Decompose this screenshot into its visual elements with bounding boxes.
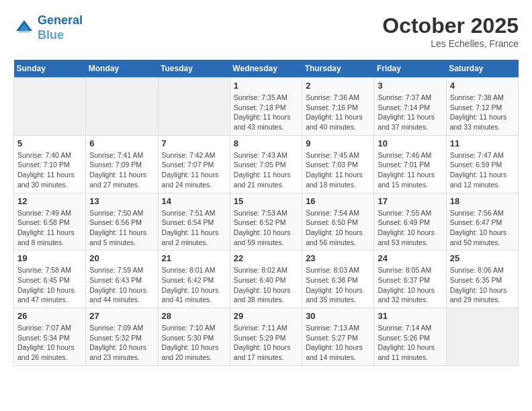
day-info: Sunrise: 7:42 AM Sunset: 7:07 PM Dayligh… [162,150,226,190]
calendar-table: SundayMondayTuesdayWednesdayThursdayFrid… [13,60,519,366]
day-number: 23 [306,253,370,263]
day-cell: 1Sunrise: 7:35 AM Sunset: 7:18 PM Daylig… [230,78,302,136]
day-info: Sunrise: 7:43 AM Sunset: 7:05 PM Dayligh… [234,150,298,190]
day-info: Sunrise: 8:06 AM Sunset: 6:35 PM Dayligh… [450,265,515,305]
day-cell: 9Sunrise: 7:45 AM Sunset: 7:03 PM Daylig… [302,135,374,193]
week-row-2: 5Sunrise: 7:40 AM Sunset: 7:10 PM Daylig… [14,135,519,193]
day-cell: 6Sunrise: 7:41 AM Sunset: 7:09 PM Daylig… [86,135,158,193]
day-info: Sunrise: 7:45 AM Sunset: 7:03 PM Dayligh… [306,150,370,190]
day-info: Sunrise: 7:07 AM Sunset: 5:34 PM Dayligh… [17,323,82,363]
location-subtitle: Les Echelles, France [382,38,519,49]
day-number: 28 [162,311,226,321]
day-info: Sunrise: 8:03 AM Sunset: 6:38 PM Dayligh… [306,265,370,305]
day-number: 13 [89,196,154,206]
day-number: 18 [450,196,515,206]
day-info: Sunrise: 7:40 AM Sunset: 7:10 PM Dayligh… [17,150,82,190]
day-info: Sunrise: 7:50 AM Sunset: 6:56 PM Dayligh… [89,208,154,248]
day-number: 24 [378,253,442,263]
title-block: October 2025 Les Echelles, France [382,13,519,49]
weekday-header-friday: Friday [374,60,446,78]
day-cell: 29Sunrise: 7:11 AM Sunset: 5:29 PM Dayli… [230,308,302,366]
day-cell: 12Sunrise: 7:49 AM Sunset: 6:58 PM Dayli… [14,193,86,250]
day-info: Sunrise: 8:01 AM Sunset: 6:42 PM Dayligh… [162,265,226,305]
day-cell: 15Sunrise: 7:53 AM Sunset: 6:52 PM Dayli… [230,193,302,250]
day-info: Sunrise: 7:56 AM Sunset: 6:47 PM Dayligh… [450,208,515,248]
day-number: 17 [378,196,442,206]
day-cell: 18Sunrise: 7:56 AM Sunset: 6:47 PM Dayli… [446,193,518,250]
day-info: Sunrise: 7:53 AM Sunset: 6:52 PM Dayligh… [234,208,298,248]
day-info: Sunrise: 7:59 AM Sunset: 6:43 PM Dayligh… [89,265,154,305]
day-cell: 30Sunrise: 7:13 AM Sunset: 5:27 PM Dayli… [302,308,374,366]
day-info: Sunrise: 7:46 AM Sunset: 7:01 PM Dayligh… [378,150,442,190]
day-number: 15 [234,196,298,206]
day-cell: 2Sunrise: 7:36 AM Sunset: 7:16 PM Daylig… [302,78,374,136]
day-cell: 31Sunrise: 7:14 AM Sunset: 5:26 PM Dayli… [374,308,446,366]
day-number: 5 [17,138,82,148]
day-cell: 13Sunrise: 7:50 AM Sunset: 6:56 PM Dayli… [86,193,158,250]
day-number: 19 [17,253,82,263]
day-info: Sunrise: 7:09 AM Sunset: 5:32 PM Dayligh… [89,323,154,363]
day-cell: 8Sunrise: 7:43 AM Sunset: 7:05 PM Daylig… [230,135,302,193]
page-header: General Blue October 2025 Les Echelles, … [13,13,519,49]
day-cell: 5Sunrise: 7:40 AM Sunset: 7:10 PM Daylig… [14,135,86,193]
weekday-header-thursday: Thursday [302,60,374,78]
day-info: Sunrise: 7:38 AM Sunset: 7:12 PM Dayligh… [450,93,515,132]
day-info: Sunrise: 7:37 AM Sunset: 7:14 PM Dayligh… [378,93,442,132]
day-cell: 26Sunrise: 7:07 AM Sunset: 5:34 PM Dayli… [14,308,86,366]
day-info: Sunrise: 7:41 AM Sunset: 7:09 PM Dayligh… [89,150,154,190]
day-cell: 22Sunrise: 8:02 AM Sunset: 6:40 PM Dayli… [230,250,302,308]
logo: General Blue [13,13,83,42]
week-row-1: 1Sunrise: 7:35 AM Sunset: 7:18 PM Daylig… [14,78,519,136]
day-info: Sunrise: 7:11 AM Sunset: 5:29 PM Dayligh… [234,323,298,363]
day-cell: 19Sunrise: 7:58 AM Sunset: 6:45 PM Dayli… [14,250,86,308]
month-title: October 2025 [382,13,519,38]
day-number: 1 [234,81,298,91]
weekday-header-tuesday: Tuesday [158,60,230,78]
day-cell [86,78,158,136]
day-info: Sunrise: 7:13 AM Sunset: 5:27 PM Dayligh… [306,323,370,363]
day-info: Sunrise: 7:36 AM Sunset: 7:16 PM Dayligh… [306,93,370,132]
day-cell: 23Sunrise: 8:03 AM Sunset: 6:38 PM Dayli… [302,250,374,308]
day-info: Sunrise: 7:14 AM Sunset: 5:26 PM Dayligh… [378,323,442,363]
day-number: 2 [306,81,370,91]
day-info: Sunrise: 7:10 AM Sunset: 5:30 PM Dayligh… [162,323,226,363]
day-number: 25 [450,253,515,263]
day-number: 22 [234,253,298,263]
day-cell: 10Sunrise: 7:46 AM Sunset: 7:01 PM Dayli… [374,135,446,193]
day-cell: 20Sunrise: 7:59 AM Sunset: 6:43 PM Dayli… [86,250,158,308]
day-number: 16 [306,196,370,206]
day-cell [158,78,230,136]
day-number: 3 [378,81,442,91]
day-number: 27 [89,311,154,321]
day-number: 21 [162,253,226,263]
day-number: 30 [306,311,370,321]
day-cell: 27Sunrise: 7:09 AM Sunset: 5:32 PM Dayli… [86,308,158,366]
day-cell: 21Sunrise: 8:01 AM Sunset: 6:42 PM Dayli… [158,250,230,308]
day-cell: 14Sunrise: 7:51 AM Sunset: 6:54 PM Dayli… [158,193,230,250]
logo-text: General Blue [38,13,83,42]
day-cell: 24Sunrise: 8:05 AM Sunset: 6:37 PM Dayli… [374,250,446,308]
day-number: 29 [234,311,298,321]
day-cell: 17Sunrise: 7:55 AM Sunset: 6:49 PM Dayli… [374,193,446,250]
weekday-header-row: SundayMondayTuesdayWednesdayThursdayFrid… [14,60,519,78]
day-cell: 11Sunrise: 7:47 AM Sunset: 6:59 PM Dayli… [446,135,518,193]
day-info: Sunrise: 7:49 AM Sunset: 6:58 PM Dayligh… [17,208,82,248]
day-number: 11 [450,138,515,148]
day-info: Sunrise: 8:02 AM Sunset: 6:40 PM Dayligh… [234,265,298,305]
week-row-3: 12Sunrise: 7:49 AM Sunset: 6:58 PM Dayli… [14,193,519,250]
weekday-header-saturday: Saturday [446,60,518,78]
week-row-5: 26Sunrise: 7:07 AM Sunset: 5:34 PM Dayli… [14,308,519,366]
day-info: Sunrise: 7:51 AM Sunset: 6:54 PM Dayligh… [162,208,226,248]
week-row-4: 19Sunrise: 7:58 AM Sunset: 6:45 PM Dayli… [14,250,519,308]
day-number: 12 [17,196,82,206]
day-number: 6 [89,138,154,148]
day-info: Sunrise: 7:47 AM Sunset: 6:59 PM Dayligh… [450,150,515,190]
day-cell: 25Sunrise: 8:06 AM Sunset: 6:35 PM Dayli… [446,250,518,308]
day-number: 8 [234,138,298,148]
day-number: 4 [450,81,515,91]
day-info: Sunrise: 8:05 AM Sunset: 6:37 PM Dayligh… [378,265,442,305]
day-cell [446,308,518,366]
day-number: 26 [17,311,82,321]
day-info: Sunrise: 7:54 AM Sunset: 6:50 PM Dayligh… [306,208,370,248]
day-number: 14 [162,196,226,206]
